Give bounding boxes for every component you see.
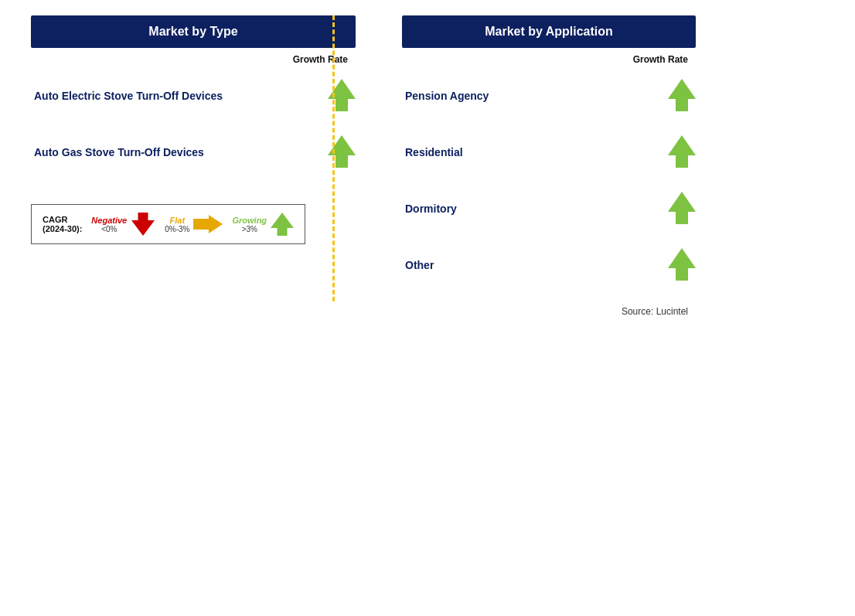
right-item-4: Other (402, 237, 696, 294)
red-down-arrow-icon (131, 213, 155, 236)
right-growth-rate-label: Growth Rate (402, 54, 696, 65)
left-panel-title: Market by Type (31, 15, 356, 48)
legend-negative: Negative <0% (91, 213, 155, 236)
legend-flat-range: 0%-3% (165, 225, 189, 233)
right-item-3-arrow-up-icon (668, 192, 696, 226)
right-item-4-arrow-up-icon (668, 248, 696, 282)
legend-flat: Flat 0%-3% (165, 215, 223, 233)
left-panel: Market by Type Growth Rate Auto Electric… (31, 15, 356, 317)
right-item-2: Residential (402, 124, 696, 181)
right-item-1: Pension Agency (402, 68, 696, 124)
right-item-1-label: Pension Agency (405, 90, 668, 102)
right-item-2-label: Residential (405, 146, 668, 158)
left-growth-rate-label: Growth Rate (31, 54, 356, 65)
source-text: Source: Lucintel (402, 306, 696, 317)
legend-flat-text: Flat 0%-3% (165, 216, 189, 233)
right-item-4-label: Other (405, 259, 668, 271)
left-item-2-label: Auto Gas Stove Turn-Off Devices (34, 146, 328, 158)
right-item-3: Dormitory (402, 181, 696, 237)
legend-negative-name: Negative (91, 216, 127, 225)
legend-growing-range: >3% (242, 225, 257, 233)
right-panel-title: Market by Application (402, 15, 696, 48)
left-item-2: Auto Gas Stove Turn-Off Devices (31, 124, 356, 181)
right-item-1-arrow-up-icon (668, 79, 696, 113)
vertical-divider (332, 15, 335, 301)
legend-box: CAGR(2024-30): Negative <0% Flat 0%-3% G… (31, 204, 305, 244)
legend-negative-text: Negative <0% (91, 216, 127, 233)
legend-negative-range: <0% (101, 225, 117, 233)
left-item-1: Auto Electric Stove Turn-Off Devices (31, 68, 356, 124)
cagr-label: CAGR(2024-30): (43, 215, 82, 233)
right-item-3-label: Dormitory (405, 202, 668, 215)
green-up-arrow-small-icon (271, 213, 294, 236)
orange-right-arrow-icon (193, 215, 223, 233)
legend-growing-name: Growing (232, 216, 267, 225)
left-item-1-label: Auto Electric Stove Turn-Off Devices (34, 90, 328, 102)
right-item-2-arrow-up-icon (668, 135, 696, 169)
legend-growing-text: Growing >3% (232, 216, 267, 233)
legend-flat-name: Flat (170, 216, 186, 225)
right-panel: Market by Application Growth Rate Pensio… (402, 15, 696, 317)
legend-growing: Growing >3% (232, 213, 294, 236)
